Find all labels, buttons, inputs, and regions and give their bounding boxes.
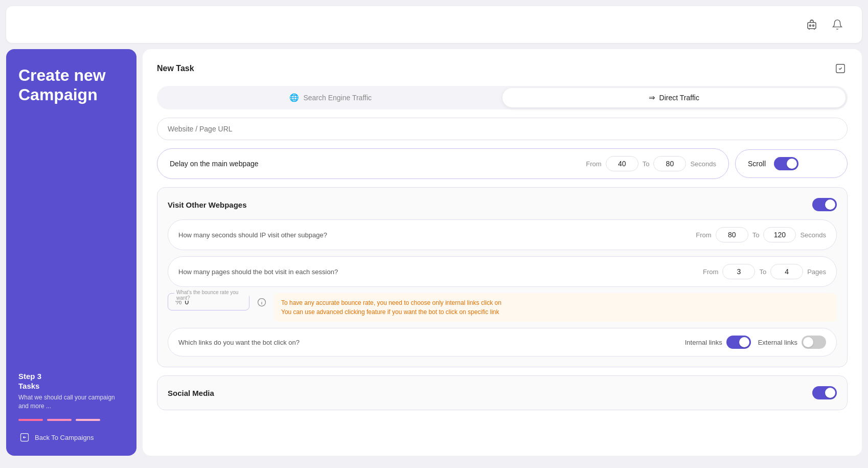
- scroll-label: Scroll: [748, 160, 766, 168]
- bounce-notice-line2: You can use advanced clicking feature if…: [281, 307, 830, 317]
- progress-dot-3: [76, 419, 100, 421]
- pages-to-input[interactable]: [770, 264, 803, 279]
- back-to-campaigns-button[interactable]: Back To Campaigns: [18, 431, 124, 443]
- robot-icon[interactable]: [804, 16, 820, 33]
- svg-point-1: [810, 25, 811, 27]
- sidebar-progress: [18, 419, 124, 421]
- bounce-notice-line1: To have any accurate bounce rate, you ne…: [281, 298, 830, 307]
- subpage-seconds-question: How many seconds should IP visit other s…: [178, 231, 696, 239]
- url-input[interactable]: [168, 125, 837, 133]
- delay-to-input[interactable]: [653, 156, 686, 171]
- bounce-input-group: What's the bounce rate you want? %: [168, 293, 249, 310]
- task-icon[interactable]: [833, 61, 848, 76]
- svg-rect-0: [808, 23, 816, 29]
- subpage-from-label: From: [696, 231, 711, 239]
- internal-links-item: Internal links: [685, 336, 751, 349]
- social-media-title: Social Media: [168, 389, 214, 397]
- subpage-from-to: From To Seconds: [696, 227, 826, 242]
- sidebar-step-desc: What we should call your campaign and mo…: [18, 393, 124, 411]
- back-label: Back To Campaigns: [35, 434, 94, 441]
- subpage-seconds-label: Seconds: [800, 231, 826, 239]
- top-header: [6, 6, 862, 43]
- progress-dot-2: [47, 419, 72, 421]
- sidebar-step-number: Step 3: [18, 372, 124, 381]
- delay-row: Delay on the main webpage From To Second…: [157, 148, 848, 179]
- url-input-container: [157, 118, 848, 140]
- internal-links-label: Internal links: [685, 339, 722, 346]
- page-header: New Task: [157, 61, 848, 76]
- pages-from-to: From To Pages: [703, 264, 826, 279]
- delay-label: Delay on the main webpage: [170, 160, 580, 168]
- globe-icon: 🌐: [289, 93, 299, 102]
- social-media-header: Social Media: [168, 386, 837, 399]
- direct-traffic-option[interactable]: ⇒ Direct Traffic: [502, 88, 846, 107]
- pages-per-session-row: How many pages should the bot visit in e…: [168, 256, 837, 287]
- subpage-to-label: To: [752, 231, 760, 239]
- bounce-input-label: What's the bounce rate you want?: [174, 289, 249, 301]
- social-media-section: Social Media: [157, 375, 848, 410]
- search-engine-traffic-option[interactable]: 🌐 Search Engine Traffic: [159, 88, 502, 107]
- info-icon: [256, 296, 268, 308]
- subpage-to-input[interactable]: [763, 227, 796, 242]
- sidebar: Create new Campaign Step 3 Tasks What we…: [6, 49, 136, 456]
- delay-from-to: From To Seconds: [586, 156, 716, 171]
- delay-from-label: From: [586, 160, 601, 168]
- external-links-toggle[interactable]: [802, 336, 826, 349]
- delay-to-label: To: [643, 160, 650, 168]
- social-media-toggle[interactable]: [812, 386, 837, 399]
- progress-dot-1: [18, 419, 43, 421]
- pages-to-label: To: [759, 268, 766, 276]
- internal-links-toggle[interactable]: [726, 336, 751, 349]
- header-icons: [804, 16, 846, 33]
- visit-other-toggle-knob: [825, 199, 835, 210]
- visit-other-title: Visit Other Webpages: [168, 200, 247, 209]
- arrows-icon: ⇒: [649, 93, 655, 102]
- link-toggles: Internal links External links: [685, 336, 826, 349]
- external-links-label: External links: [758, 339, 797, 346]
- links-question: Which links do you want the bot click on…: [178, 339, 685, 346]
- bounce-section: What's the bounce rate you want? % To ha…: [168, 293, 837, 322]
- social-media-toggle-knob: [825, 388, 835, 398]
- subpage-seconds-row: How many seconds should IP visit other s…: [168, 219, 837, 250]
- visit-other-toggle[interactable]: [812, 198, 837, 211]
- traffic-toggle: 🌐 Search Engine Traffic ⇒ Direct Traffic: [157, 86, 848, 109]
- scroll-toggle-knob: [787, 159, 797, 169]
- bounce-notice: To have any accurate bounce rate, you ne…: [274, 293, 837, 322]
- pages-from-input[interactable]: [722, 264, 755, 279]
- scroll-toggle[interactable]: [774, 157, 798, 170]
- sidebar-step-name: Tasks: [18, 382, 124, 390]
- delay-from-input[interactable]: [606, 156, 638, 171]
- pages-per-session-question: How many pages should the bot visit in e…: [178, 268, 703, 276]
- sidebar-title: Create new Campaign: [18, 65, 124, 105]
- scroll-card: Scroll: [735, 149, 848, 178]
- direct-traffic-label: Direct Traffic: [659, 94, 699, 102]
- back-icon: [18, 431, 31, 443]
- main-layout: Create new Campaign Step 3 Tasks What we…: [0, 43, 868, 462]
- subpage-from-input[interactable]: [716, 227, 748, 242]
- visit-other-header: Visit Other Webpages: [168, 198, 837, 211]
- pages-from-label: From: [703, 268, 718, 276]
- delay-seconds-label: Seconds: [690, 160, 716, 168]
- page-title: New Task: [157, 64, 194, 73]
- svg-point-2: [813, 25, 814, 27]
- pages-label: Pages: [807, 268, 826, 276]
- delay-card: Delay on the main webpage From To Second…: [157, 148, 729, 179]
- sidebar-step-info: Step 3 Tasks What we should call your ca…: [18, 372, 124, 411]
- internal-links-knob: [739, 337, 749, 347]
- bell-icon[interactable]: [829, 16, 846, 33]
- external-links-knob: [803, 337, 813, 347]
- visit-other-section: Visit Other Webpages How many seconds sh…: [157, 187, 848, 367]
- external-links-item: External links: [758, 336, 826, 349]
- content-area: New Task 🌐 Search Engine Traffic ⇒ Direc…: [143, 49, 862, 456]
- links-row: Which links do you want the bot click on…: [168, 328, 837, 356]
- search-engine-label: Search Engine Traffic: [303, 94, 372, 102]
